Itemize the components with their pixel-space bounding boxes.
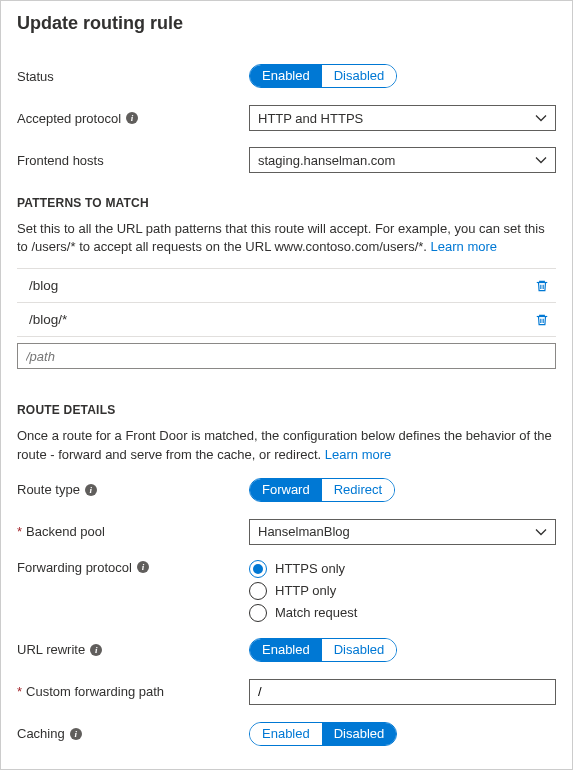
route-details-description: Once a route for a Front Door is matched… [17,427,556,463]
forwarding-protocol-https-only[interactable]: HTTPS only [249,560,357,578]
status-enabled-option[interactable]: Enabled [250,65,322,87]
url-rewrite-disabled-option[interactable]: Disabled [322,639,397,661]
backend-pool-value: HanselmanBlog [258,524,350,539]
radio-icon [249,560,267,578]
url-rewrite-label: URL rewrite i [17,642,249,657]
frontend-hosts-value: staging.hanselman.com [258,153,395,168]
radio-icon [249,604,267,622]
forwarding-protocol-match-request[interactable]: Match request [249,604,357,622]
info-icon[interactable]: i [126,112,138,124]
status-row: Status Enabled Disabled [17,62,556,90]
delete-icon[interactable] [532,276,552,296]
required-indicator: * [17,524,22,539]
frontend-hosts-select[interactable]: staging.hanselman.com [249,147,556,173]
caching-enabled-option[interactable]: Enabled [250,723,322,745]
info-icon[interactable]: i [85,484,97,496]
pattern-row: /blog [17,268,556,302]
pattern-input-row [17,343,556,381]
info-icon[interactable]: i [137,561,149,573]
info-icon[interactable]: i [70,728,82,740]
chevron-down-icon [535,526,547,538]
caching-row: Caching i Enabled Disabled [17,720,556,748]
backend-pool-label: * Backend pool [17,524,249,539]
custom-forwarding-path-row: * Custom forwarding path [17,678,556,706]
route-details-heading: ROUTE DETAILS [17,403,556,417]
caching-disabled-option[interactable]: Disabled [322,723,397,745]
url-rewrite-enabled-option[interactable]: Enabled [250,639,322,661]
route-details-learn-more-link[interactable]: Learn more [325,447,391,462]
accepted-protocol-value: HTTP and HTTPS [258,111,363,126]
route-type-toggle[interactable]: Forward Redirect [249,478,395,502]
pattern-row: /blog/* [17,302,556,336]
backend-pool-row: * Backend pool HanselmanBlog [17,518,556,546]
required-indicator: * [17,684,22,699]
backend-pool-select[interactable]: HanselmanBlog [249,519,556,545]
custom-forwarding-path-label: * Custom forwarding path [17,684,249,699]
custom-forwarding-path-input[interactable] [249,679,556,705]
forwarding-protocol-radio-group: HTTPS only HTTP only Match request [249,560,357,622]
radio-icon [249,582,267,600]
page-title: Update routing rule [17,13,556,34]
forwarding-protocol-row: Forwarding protocol i HTTPS only HTTP on… [17,560,556,622]
route-type-redirect-option[interactable]: Redirect [322,479,394,501]
pattern-path-input[interactable] [17,343,556,369]
route-type-forward-option[interactable]: Forward [250,479,322,501]
status-disabled-option[interactable]: Disabled [322,65,397,87]
patterns-heading: PATTERNS TO MATCH [17,196,556,210]
chevron-down-icon [535,112,547,124]
frontend-hosts-label: Frontend hosts [17,153,249,168]
info-icon[interactable]: i [90,644,102,656]
pattern-path: /blog/* [29,312,67,327]
accepted-protocol-row: Accepted protocol i HTTP and HTTPS [17,104,556,132]
caching-label: Caching i [17,726,249,741]
frontend-hosts-row: Frontend hosts staging.hanselman.com [17,146,556,174]
routing-rule-panel: Update routing rule Status Enabled Disab… [0,0,573,770]
status-toggle[interactable]: Enabled Disabled [249,64,397,88]
pattern-path: /blog [29,278,58,293]
accepted-protocol-label: Accepted protocol i [17,111,249,126]
route-type-row: Route type i Forward Redirect [17,476,556,504]
route-type-label: Route type i [17,482,249,497]
caching-toggle[interactable]: Enabled Disabled [249,722,397,746]
chevron-down-icon [535,154,547,166]
accepted-protocol-select[interactable]: HTTP and HTTPS [249,105,556,131]
url-rewrite-row: URL rewrite i Enabled Disabled [17,636,556,664]
forwarding-protocol-http-only[interactable]: HTTP only [249,582,357,600]
patterns-description: Set this to all the URL path patterns th… [17,220,556,256]
delete-icon[interactable] [532,310,552,330]
status-label: Status [17,69,249,84]
patterns-learn-more-link[interactable]: Learn more [431,239,497,254]
forwarding-protocol-label: Forwarding protocol i [17,560,249,575]
url-rewrite-toggle[interactable]: Enabled Disabled [249,638,397,662]
patterns-list: /blog /blog/* [17,268,556,337]
